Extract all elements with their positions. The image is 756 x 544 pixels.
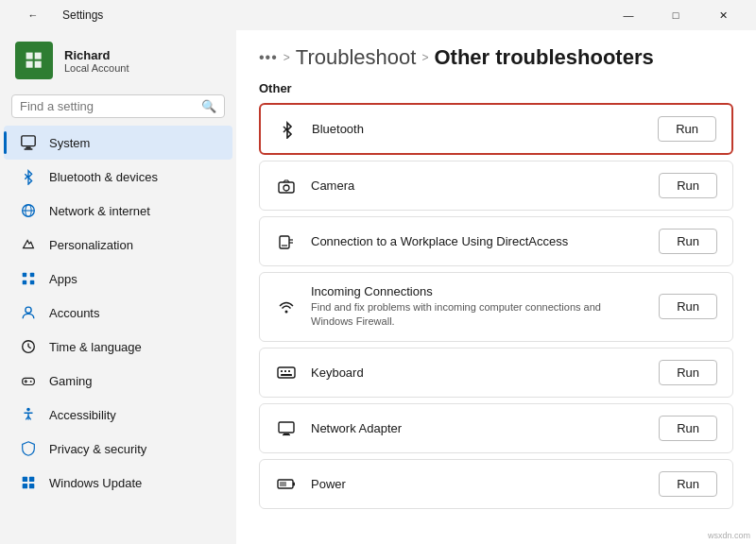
sidebar-item-network[interactable]: Network & internet: [4, 194, 232, 228]
svg-rect-48: [293, 483, 295, 486]
sidebar-item-label-personalization: Personalization: [49, 238, 133, 252]
svg-rect-40: [281, 370, 283, 372]
close-button[interactable]: ✕: [701, 0, 745, 30]
run-button-bluetooth[interactable]: Run: [658, 116, 716, 142]
item-title-network_adapter: Network Adapter: [311, 421, 645, 435]
sidebar-item-label-privacy: Privacy & security: [49, 442, 146, 456]
run-button-keyboard[interactable]: Run: [659, 360, 717, 385]
item-text-bluetooth: Bluetooth: [312, 122, 644, 136]
item-text-keyboard: Keyboard: [311, 366, 645, 380]
breadcrumb-current: Other troubleshooters: [434, 45, 653, 70]
svg-rect-6: [26, 147, 30, 149]
sidebar-item-apps[interactable]: Apps: [4, 262, 232, 296]
gaming-icon: [19, 371, 38, 390]
item-title-bluetooth: Bluetooth: [312, 122, 644, 136]
titlebar: ← Settings — □ ✕: [0, 0, 756, 30]
network_adapter-icon: [275, 416, 298, 439]
incoming-icon: [275, 296, 298, 318]
apps-icon: [19, 269, 38, 288]
content-area: ••• > Troubleshoot > Other troubleshoote…: [236, 30, 756, 544]
user-role: Local Account: [64, 62, 129, 74]
sidebar-item-label-apps: Apps: [49, 272, 77, 286]
run-button-directaccess[interactable]: Run: [659, 229, 717, 254]
troubleshooter-item-power: PowerRun: [259, 459, 733, 509]
svg-rect-4: [35, 61, 42, 68]
sidebar-item-label-time: Time & language: [49, 340, 142, 354]
sidebar: Richard Local Account 🔍 SystemBluetooth …: [0, 30, 236, 544]
svg-rect-2: [35, 53, 42, 60]
directaccess-icon: [275, 230, 298, 253]
svg-rect-14: [30, 273, 35, 278]
sidebar-item-system[interactable]: System: [4, 126, 232, 160]
troubleshooter-item-incoming: Incoming ConnectionsFind and fix problem…: [259, 272, 733, 342]
sidebar-item-windows_update[interactable]: Windows Update: [4, 466, 232, 500]
svg-point-24: [30, 381, 32, 382]
svg-rect-28: [23, 484, 27, 488]
item-title-keyboard: Keyboard: [311, 366, 645, 380]
svg-rect-29: [29, 484, 34, 488]
app-body: Richard Local Account 🔍 SystemBluetooth …: [0, 30, 756, 544]
svg-rect-43: [281, 374, 292, 376]
troubleshooter-list: BluetoothRunCameraRunConnection to a Wor…: [259, 103, 733, 509]
sidebar-item-personalization[interactable]: Personalization: [4, 228, 232, 262]
search-box[interactable]: 🔍: [11, 94, 225, 118]
run-button-power[interactable]: Run: [659, 471, 717, 497]
time-icon: [19, 337, 38, 356]
item-desc-incoming: Find and fix problems with incoming comp…: [311, 300, 645, 330]
titlebar-left: ← Settings: [11, 0, 103, 30]
run-button-network_adapter[interactable]: Run: [659, 416, 717, 441]
troubleshooter-item-bluetooth: BluetoothRun: [259, 103, 733, 155]
sidebar-item-accounts[interactable]: Accounts: [4, 296, 232, 330]
svg-rect-7: [25, 148, 33, 149]
svg-rect-13: [23, 273, 27, 278]
breadcrumb-troubleshoot[interactable]: Troubleshoot: [296, 45, 417, 70]
run-button-camera[interactable]: Run: [659, 173, 717, 198]
sidebar-item-label-bluetooth: Bluetooth & devices: [49, 170, 158, 184]
svg-rect-39: [278, 367, 295, 378]
svg-rect-49: [280, 482, 286, 486]
svg-rect-44: [279, 422, 294, 433]
sidebar-item-label-accounts: Accounts: [49, 306, 99, 320]
svg-rect-15: [23, 280, 27, 285]
sidebar-item-gaming[interactable]: Gaming: [4, 364, 232, 398]
sidebar-item-time[interactable]: Time & language: [4, 330, 232, 364]
sidebar-item-bluetooth[interactable]: Bluetooth & devices: [4, 160, 232, 194]
troubleshooter-item-keyboard: KeyboardRun: [259, 348, 733, 398]
item-text-directaccess: Connection to a Workplace Using DirectAc…: [311, 234, 645, 248]
search-icon: 🔍: [201, 99, 216, 113]
item-title-power: Power: [311, 477, 645, 491]
titlebar-controls: — □ ✕: [607, 0, 745, 30]
sidebar-item-label-accessibility: Accessibility: [49, 408, 116, 422]
accounts-icon: [19, 303, 38, 322]
sidebar-item-label-network: Network & internet: [49, 204, 150, 218]
svg-rect-27: [29, 477, 34, 482]
item-title-incoming: Incoming Connections: [311, 284, 645, 298]
windows_update-icon: [19, 473, 38, 492]
breadcrumb: ••• > Troubleshoot > Other troubleshoote…: [259, 45, 733, 70]
svg-rect-42: [288, 370, 290, 372]
maximize-button[interactable]: □: [654, 0, 697, 30]
svg-rect-3: [26, 61, 33, 68]
sidebar-item-label-windows_update: Windows Update: [49, 476, 142, 490]
svg-line-20: [28, 347, 31, 348]
system-icon: [19, 133, 38, 152]
titlebar-title: Settings: [62, 8, 103, 22]
sidebar-item-label-gaming: Gaming: [49, 374, 93, 388]
breadcrumb-sep1: >: [284, 51, 290, 64]
svg-point-25: [26, 408, 30, 412]
run-button-incoming[interactable]: Run: [659, 294, 717, 319]
troubleshooter-item-camera: CameraRun: [259, 161, 733, 211]
back-button[interactable]: ←: [11, 0, 55, 30]
svg-rect-26: [23, 477, 27, 482]
sidebar-item-accessibility[interactable]: Accessibility: [4, 398, 232, 432]
svg-rect-41: [284, 370, 286, 372]
search-input[interactable]: [20, 99, 196, 113]
minimize-button[interactable]: —: [607, 0, 650, 30]
svg-rect-16: [30, 280, 35, 285]
nav-menu: SystemBluetooth & devicesNetwork & inter…: [0, 126, 236, 500]
troubleshooter-item-network_adapter: Network AdapterRun: [259, 403, 733, 453]
sidebar-item-privacy[interactable]: Privacy & security: [4, 432, 232, 466]
breadcrumb-sep2: >: [421, 51, 428, 64]
svg-rect-0: [21, 47, 47, 74]
svg-rect-1: [26, 53, 33, 60]
